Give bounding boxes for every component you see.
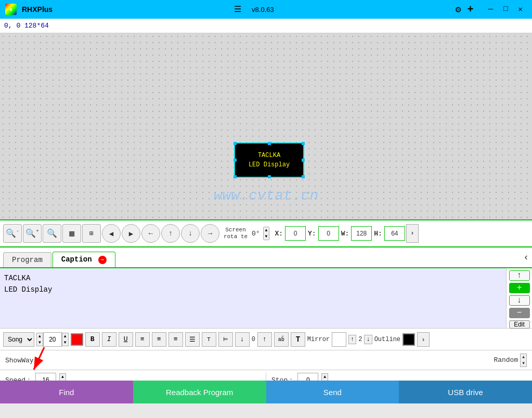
font-size-up2[interactable]: ▲	[62, 333, 68, 339]
zoom-in-button[interactable]: 🔍+	[23, 224, 42, 243]
rotate-down[interactable]: ▼	[264, 233, 269, 240]
nav-down-button[interactable]: ↓	[181, 224, 200, 243]
rotate-value: 0°	[252, 230, 260, 238]
format-end-button[interactable]: ›	[417, 332, 430, 347]
resize-handle-bl[interactable]	[233, 175, 237, 178]
showway-value: Random ▲ ▼	[494, 354, 527, 367]
watermark: www.cvtat.cn	[214, 188, 319, 204]
zoom-reset-button[interactable]: 🔍	[43, 224, 61, 243]
tab-bar: Program Caption − ‹	[0, 247, 532, 268]
spacing-value: 2	[357, 336, 363, 343]
send-button[interactable]: Send	[266, 381, 399, 403]
outline-color-picker[interactable]	[403, 333, 415, 346]
usb-button[interactable]: USB drive	[399, 381, 532, 403]
align-left-button[interactable]: ≡	[135, 332, 150, 347]
led-display-widget[interactable]: TACLKA LED Display	[234, 142, 304, 178]
move-up-button[interactable]: ↑	[509, 270, 530, 281]
tab-caption[interactable]: Caption −	[53, 252, 115, 268]
y-label: Y:	[308, 230, 316, 238]
font-size-up[interactable]: ▲	[37, 333, 43, 339]
font-size-down2[interactable]: ▼	[62, 339, 68, 346]
settings-icon[interactable]: ⚙	[456, 4, 461, 15]
spacing-down[interactable]: ↓	[364, 335, 372, 344]
y-input[interactable]	[318, 226, 339, 241]
w-label: W:	[341, 230, 349, 238]
font-size-input[interactable]	[43, 332, 62, 347]
showway-down[interactable]: ▼	[521, 360, 526, 367]
italic-button[interactable]: I	[102, 332, 116, 347]
screen-rotate-group: Screen rota te 0° ▲ ▼	[223, 227, 269, 240]
zero-label: 0	[252, 336, 255, 343]
nav-prev-button[interactable]: ←	[141, 224, 160, 243]
align-center-button[interactable]: ≡	[152, 332, 166, 347]
coord-inputs: X: Y: W: H:	[275, 226, 405, 241]
canvas-area[interactable]: www.cvtat.cn TACLKA LED Display	[0, 33, 532, 220]
mirror-input[interactable]	[332, 332, 346, 347]
x-input[interactable]	[285, 226, 306, 241]
add-icon[interactable]: +	[468, 4, 474, 16]
app-title: RHXPlus	[22, 5, 53, 14]
align-right-button[interactable]: ≡	[168, 332, 183, 347]
fit-button[interactable]: ⊞	[82, 224, 101, 243]
grid-button[interactable]: ▦	[62, 224, 81, 243]
resize-handle-tm[interactable]	[268, 142, 271, 145]
resize-handle-tr[interactable]	[302, 142, 305, 145]
add-item-button[interactable]: +	[509, 283, 530, 293]
font-select[interactable]: Song	[3, 332, 34, 347]
capital-t-button[interactable]: T	[291, 332, 305, 347]
stop-up[interactable]: ▲	[322, 374, 328, 380]
font-size-spinner2[interactable]: ▲ ▼	[62, 333, 69, 346]
resize-handle-br[interactable]	[302, 175, 305, 178]
resize-handle-mr[interactable]	[302, 159, 305, 162]
text-arrow-up[interactable]: ↑	[257, 332, 272, 347]
nav-left-button[interactable]: ◀	[102, 224, 121, 243]
bold-button[interactable]: B	[85, 332, 100, 347]
h-label: H:	[374, 230, 382, 238]
zoom-out-button[interactable]: 🔍-	[3, 224, 22, 243]
h-input[interactable]	[384, 226, 405, 241]
coordinates: 0, 0 128*64	[4, 22, 49, 30]
underline-button[interactable]: U	[119, 332, 133, 347]
speed-up[interactable]: ▲	[60, 374, 66, 380]
nav-next-button[interactable]: →	[201, 224, 219, 243]
align-middle-button[interactable]: ⊨	[218, 332, 233, 347]
maximize-button[interactable]: □	[499, 4, 512, 15]
tab-close-button[interactable]: −	[98, 256, 107, 264]
editor-controls: ↑ + ↓ − Edit	[506, 268, 532, 328]
find-button[interactable]: Find	[0, 381, 133, 403]
showway-spinner[interactable]: ▲ ▼	[520, 354, 527, 367]
resize-handle-tl[interactable]	[233, 142, 237, 145]
led-display-text: TACLKA LED Display	[249, 151, 290, 169]
resize-handle-ml[interactable]	[233, 159, 237, 162]
tab-collapse-button[interactable]: ‹	[523, 252, 529, 263]
toolbar-end-button[interactable]: ›	[406, 224, 419, 243]
titlebar: R RHXPlus ☰ v8.0.63 ⚙ + — □ ✕	[0, 0, 532, 19]
w-input[interactable]	[351, 226, 372, 241]
ab-bar-button[interactable]: ab̄	[274, 332, 289, 347]
edit-button[interactable]: Edit	[509, 320, 530, 329]
minimize-button[interactable]: —	[484, 4, 498, 15]
color-picker[interactable]	[71, 333, 83, 346]
text-editor[interactable]: TACLKA LED Display	[0, 268, 506, 328]
showway-up[interactable]: ▲	[521, 354, 526, 360]
align-top-button[interactable]: ⊤	[202, 332, 216, 347]
rotate-spinner[interactable]: ▲ ▼	[263, 227, 270, 240]
resize-handle-bm[interactable]	[268, 175, 271, 178]
font-size-spinner[interactable]: ▲ ▼	[36, 333, 43, 346]
hamburger-icon[interactable]: ☰	[234, 4, 241, 15]
nav-right-button[interactable]: ▶	[122, 224, 140, 243]
screen-rotate-label: Screen rota te	[223, 227, 249, 240]
rotate-up[interactable]: ▲	[264, 227, 269, 233]
close-button[interactable]: ✕	[514, 4, 527, 15]
readback-button[interactable]: Readback Program	[133, 381, 266, 403]
spacing-up[interactable]: ↑	[348, 335, 356, 344]
text-arrow-down[interactable]: ↓	[235, 332, 250, 347]
nav-up-button[interactable]: ↑	[161, 224, 180, 243]
bottom-bar: Find Readback Program Send USB drive	[0, 381, 532, 403]
remove-item-button[interactable]: −	[509, 308, 530, 318]
align-justify-button[interactable]: ☰	[185, 332, 200, 347]
mirror-label: Mirror	[307, 336, 330, 343]
tab-program[interactable]: Program	[3, 252, 51, 267]
font-size-down[interactable]: ▼	[37, 339, 43, 346]
move-down-button[interactable]: ↓	[509, 295, 530, 306]
